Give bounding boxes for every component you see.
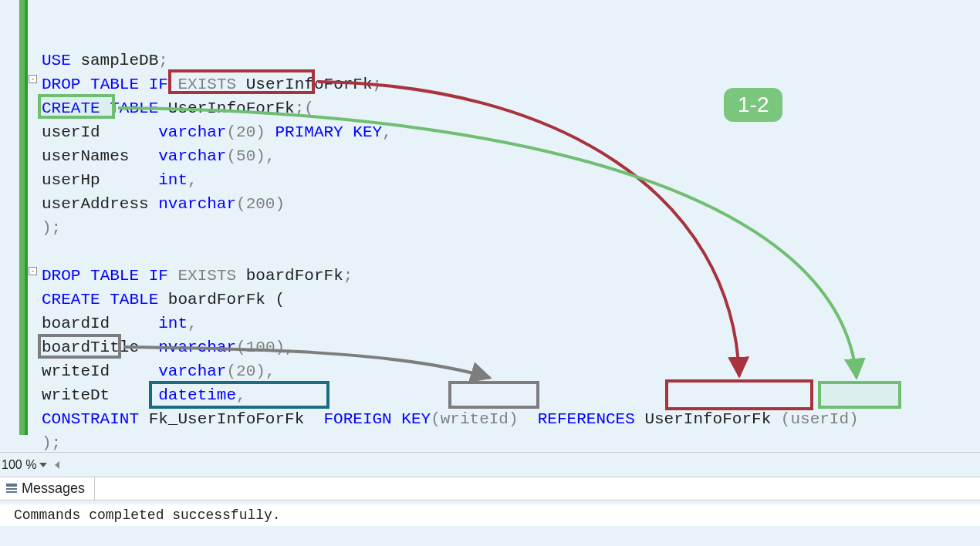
gutter: - - (0, 0, 37, 478)
change-indicator-bar (19, 0, 25, 435)
fk-column: (writeId) (431, 410, 518, 428)
scroll-left-icon[interactable] (55, 461, 59, 469)
messages-tab-label: Messages (22, 480, 85, 497)
messages-icon (6, 484, 17, 494)
ident-userinfoforfk-drop: UserInfoForFk (236, 76, 372, 93)
fold-toggle-table1[interactable]: - (29, 75, 37, 83)
fold-toggle-table2[interactable]: - (29, 267, 37, 275)
ref-table: UserInfoForFk (644, 410, 771, 428)
col-usernames: userNames (42, 147, 129, 165)
col-userid: userId (42, 123, 100, 141)
col-boardid: boardId (42, 315, 110, 332)
zoom-dropdown-icon[interactable] (39, 463, 47, 467)
col-userhp: userHp (42, 171, 100, 189)
col-writedt: writeDt (42, 386, 110, 404)
col-boardtitle: boardTitle (42, 339, 139, 356)
ident-boardforfk-drop: boardForFk (236, 267, 343, 285)
zoom-bar: 100 % (0, 452, 980, 477)
col-useraddress: userAddress (42, 195, 149, 213)
ref-column: (userId) (781, 410, 859, 428)
change-indicator-bar-inner (25, 0, 28, 435)
ident-userinfoforfk-create: UserInfoForFk (158, 99, 294, 117)
messages-output: Commands completed successfully. (0, 504, 980, 526)
ident-boardforfk-create: boardForFk ( (158, 291, 285, 308)
ident-sampledb: sampleDB (71, 52, 158, 69)
code-editor[interactable]: - - USE sampleDB; DROP TABLE IF EXISTS U… (0, 0, 980, 478)
constraint-name: Fk_UserInfoForFk (149, 410, 305, 428)
messages-tab[interactable]: Messages (0, 477, 95, 500)
col-writeid: writeId (42, 362, 110, 380)
zoom-level[interactable]: 100 % (2, 458, 36, 472)
annotation-badge: 1-2 (724, 88, 782, 122)
messages-panel-header: Messages (0, 477, 980, 501)
kw-use: USE (42, 52, 71, 69)
